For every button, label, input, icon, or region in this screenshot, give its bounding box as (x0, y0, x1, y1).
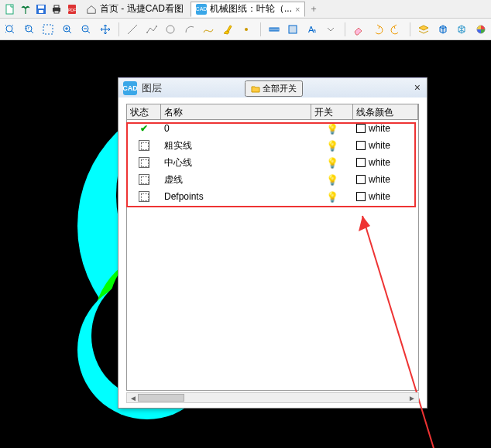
color-swatch[interactable] (356, 175, 366, 184)
color-swatch[interactable] (356, 158, 366, 167)
line-icon[interactable] (125, 22, 140, 37)
area-icon[interactable] (286, 22, 300, 37)
text-icon[interactable]: Aa (305, 22, 320, 37)
3d-view-icon[interactable] (436, 22, 451, 37)
layers-icon[interactable] (417, 22, 431, 37)
layer-name: 虚线 (161, 173, 311, 186)
highlight-icon[interactable] (221, 22, 235, 37)
zoom-out-icon[interactable] (79, 22, 94, 37)
header-color[interactable]: 线条颜色 (353, 104, 418, 119)
scroll-track[interactable] (138, 394, 407, 402)
tab-document[interactable]: CAD 机械图纸：叶轮（... × (191, 2, 305, 17)
svg-rect-20 (289, 26, 297, 33)
bulb-icon[interactable]: 💡 (326, 157, 338, 169)
layer-state-icon (139, 157, 149, 168)
svg-rect-6 (54, 11, 59, 13)
polyline-icon[interactable] (145, 22, 160, 37)
new-tab-button[interactable]: ＋ (307, 2, 321, 15)
header-switch[interactable]: 开关 (311, 104, 353, 119)
home-icon (86, 4, 97, 15)
toggle-all-button[interactable]: 全部开关 (245, 80, 303, 97)
color-swatch[interactable] (356, 141, 366, 150)
svg-rect-3 (39, 10, 43, 13)
tab-document-label: 机械图纸：叶轮（... (210, 2, 292, 15)
measure-icon[interactable] (267, 22, 282, 37)
tab-home-label: 首页 - 迅捷CAD看图 (100, 2, 184, 15)
layer-name: 粗实线 (161, 139, 311, 152)
table-row[interactable]: ✔ 0 💡 white (127, 120, 418, 137)
scroll-right-button[interactable]: ► (407, 394, 417, 402)
color-wheel-icon[interactable] (474, 22, 489, 37)
main-toolbar: Aa (0, 19, 491, 40)
undo-icon[interactable] (370, 22, 385, 37)
dialog-title: 图层 (142, 81, 162, 95)
layer-name: Defpoints (161, 191, 311, 202)
cad-file-icon: CAD (196, 4, 207, 15)
dialog-close-button[interactable]: × (414, 81, 421, 94)
redo-icon[interactable] (390, 22, 404, 37)
scroll-left-button[interactable]: ◄ (129, 394, 138, 402)
bulb-icon[interactable]: 💡 (326, 191, 338, 203)
layer-state-icon (139, 191, 149, 202)
toolbar-separator (410, 22, 410, 36)
zoom-window-icon[interactable] (22, 22, 37, 37)
color-label: white (369, 174, 390, 185)
svg-point-17 (167, 26, 174, 33)
pdf-icon[interactable]: PDF (65, 2, 79, 16)
toolbar-separator (345, 22, 345, 36)
bulb-icon[interactable]: 💡 (326, 123, 338, 135)
header-name[interactable]: 名称 (161, 104, 311, 119)
svg-rect-5 (54, 5, 59, 8)
svg-rect-12 (43, 25, 53, 34)
eraser-icon[interactable] (352, 22, 366, 37)
svg-text:a: a (313, 28, 316, 33)
color-swatch[interactable] (356, 124, 366, 133)
folder-icon (251, 85, 260, 93)
layers-table: 状态 名称 开关 线条颜色 ✔ 0 💡 white 粗实线 💡 white 中心… (126, 104, 419, 391)
color-label: white (369, 123, 390, 134)
table-header: 状态 名称 开关 线条颜色 (127, 104, 418, 120)
tab-close-icon[interactable]: × (295, 5, 300, 14)
table-row[interactable]: 虚线 💡 white (127, 171, 418, 188)
point-icon[interactable] (239, 22, 254, 37)
bulb-icon[interactable]: 💡 (326, 140, 338, 152)
circle-icon[interactable] (163, 22, 178, 37)
table-row[interactable]: 中心线 💡 white (127, 154, 418, 171)
color-label: white (369, 140, 390, 151)
new-file-icon[interactable] (3, 2, 17, 16)
spline-icon[interactable] (201, 22, 216, 37)
print-icon[interactable] (50, 2, 64, 16)
color-swatch[interactable] (356, 192, 366, 201)
header-state[interactable]: 状态 (127, 104, 161, 119)
palm-icon[interactable] (19, 2, 33, 16)
color-label: white (369, 157, 390, 168)
svg-rect-2 (38, 5, 44, 9)
svg-point-18 (245, 28, 248, 31)
dropdown-icon[interactable] (324, 22, 338, 37)
table-row[interactable]: Defpoints 💡 white (127, 188, 418, 205)
toolbar-separator (260, 22, 261, 36)
toolbar-separator (118, 22, 119, 36)
dialog-icon: CAD (123, 81, 137, 95)
scroll-thumb[interactable] (138, 394, 184, 402)
select-window-icon[interactable] (41, 22, 56, 37)
layer-name: 0 (161, 123, 311, 134)
horizontal-scrollbar[interactable]: ◄ ► (126, 392, 419, 403)
dialog-titlebar[interactable]: CAD 图层 全部开关 × (118, 77, 427, 97)
save-icon[interactable] (34, 2, 48, 16)
arc-icon[interactable] (183, 22, 197, 37)
bulb-icon[interactable]: 💡 (326, 174, 338, 186)
table-row[interactable]: 粗实线 💡 white (127, 137, 418, 154)
color-label: white (369, 191, 390, 202)
toggle-all-label: 全部开关 (263, 83, 297, 94)
tab-home[interactable]: 首页 - 迅捷CAD看图 (81, 2, 189, 17)
layers-dialog: CAD 图层 全部开关 × 状态 名称 开关 线条颜色 ✔ 0 💡 white … (118, 77, 427, 409)
zoom-in-icon[interactable] (60, 22, 75, 37)
zoom-extents-icon[interactable] (3, 22, 18, 37)
pan-icon[interactable] (98, 22, 113, 37)
cube-icon[interactable] (455, 22, 469, 37)
active-layer-icon: ✔ (140, 123, 148, 134)
layer-state-icon (139, 140, 149, 151)
svg-text:PDF: PDF (68, 8, 76, 12)
svg-point-16 (156, 26, 157, 27)
